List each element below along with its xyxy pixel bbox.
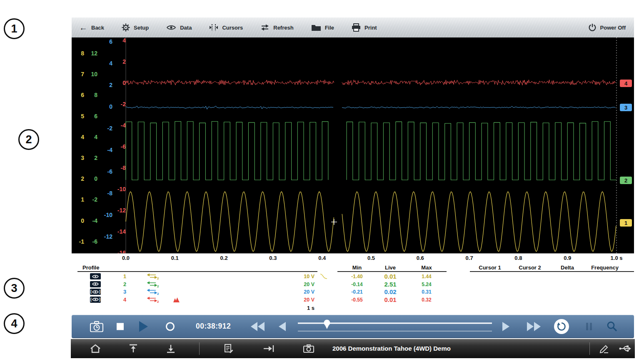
channel-number: 2	[123, 281, 126, 287]
callout-1: 1	[4, 18, 25, 39]
timeline-slider[interactable]	[298, 318, 492, 335]
file-button[interactable]: File	[311, 24, 334, 31]
channel-probe-icon[interactable]: 2	[147, 297, 159, 303]
channel-scale-value[interactable]: 10 V	[285, 274, 315, 279]
waveform-channel-3	[342, 106, 616, 108]
channel-1-visibility-eye-icon[interactable]	[90, 273, 101, 279]
x-axis-tick: 0.0	[122, 255, 130, 261]
cursors-label: Cursors	[222, 25, 243, 31]
power-icon	[588, 23, 597, 32]
min-value: -0.55	[344, 297, 369, 303]
channel-number: 4	[123, 297, 126, 303]
slider-thumb[interactable]	[324, 320, 330, 329]
channel-2-visibility-eye-icon[interactable]	[90, 281, 101, 287]
channel-scale-value[interactable]: 20 V	[285, 297, 315, 303]
waveform-plot[interactable]	[72, 37, 634, 253]
channel-number: 1	[123, 273, 126, 279]
record-button[interactable]	[166, 322, 175, 331]
cursors-button[interactable]: Cursors	[209, 23, 243, 32]
usb-icon[interactable]	[619, 344, 632, 353]
channel-4-visibility-eye-icon[interactable]: []	[90, 297, 101, 303]
x-axis-tick: 1.0 s	[611, 255, 623, 261]
profile-row-channel-3: []3220 V-0.210.020.31	[71, 288, 635, 296]
cursor2-column-header: Cursor 2	[519, 264, 541, 271]
max-column-header: Max	[421, 264, 432, 271]
notes-icon[interactable]	[224, 344, 233, 353]
max-value: 1.44	[414, 274, 439, 279]
callout-2: 2	[18, 129, 39, 150]
svg-text:2: 2	[157, 284, 159, 287]
channel-badge-1[interactable]: 1	[620, 219, 632, 227]
svg-text:2: 2	[157, 292, 159, 295]
back-button[interactable]: ← Back	[79, 23, 104, 32]
home-icon[interactable]	[90, 344, 101, 353]
stop-button[interactable]	[117, 323, 124, 330]
x-axis-tick: 0.5	[367, 255, 375, 261]
x-axis-tick: 0.9	[564, 255, 571, 261]
min-value: -0.14	[344, 282, 369, 287]
channel-badge-3[interactable]: 3	[620, 104, 632, 111]
setup-button[interactable]: Setup	[122, 23, 149, 32]
slope-icon	[320, 273, 327, 279]
channel-scale-value[interactable]: 20 V	[285, 282, 315, 287]
sweep-time: 1 s	[285, 305, 315, 311]
channel-probe-icon[interactable]: 2	[147, 281, 159, 287]
min-value: -0.21	[344, 289, 369, 295]
stylus-icon[interactable]	[599, 344, 609, 353]
step-back-button[interactable]	[279, 322, 286, 331]
x-axis: 0.00.10.20.30.40.50.60.70.80.91.0 s	[72, 254, 634, 264]
back-arrow-icon: ←	[79, 23, 87, 32]
playback-time: 00:38:912	[196, 323, 231, 330]
fast-forward-button[interactable]	[527, 322, 541, 331]
cursor1-column-header: Cursor 1	[479, 264, 501, 271]
refresh-button[interactable]: Refresh	[260, 24, 293, 31]
play-button[interactable]	[139, 321, 148, 332]
channel-badge-2[interactable]: 2	[620, 177, 632, 184]
power-off-label: Power Off	[600, 25, 626, 31]
channel-scale-value[interactable]: 20 V	[285, 289, 315, 295]
profile-row-channel-2: 2220 V-0.142.515.24	[71, 281, 635, 288]
profile-divider	[77, 271, 317, 272]
max-value: 5.24	[414, 282, 439, 287]
folder-icon	[311, 24, 321, 31]
power-off-button[interactable]: Power Off	[588, 23, 626, 32]
svg-text:2: 2	[157, 277, 159, 279]
pause-icon-disabled[interactable]	[586, 323, 592, 330]
exit-data-icon[interactable]	[263, 344, 274, 353]
loop-button[interactable]	[554, 319, 569, 334]
waveform-channel-1	[342, 192, 616, 252]
statusbar-divider	[199, 342, 200, 355]
callout-3: 3	[4, 278, 25, 299]
cursors-icon	[209, 23, 218, 32]
top-toolbar: ← Back Setup Data Cursors Refresh File P…	[72, 17, 634, 37]
snapshot-camera-icon[interactable]	[90, 321, 103, 332]
profile-row-channel-1: 1210 V-1.400.011.44	[71, 273, 635, 280]
move-trace-down-icon[interactable]	[166, 344, 176, 354]
stats-divider	[337, 271, 447, 272]
channel-probe-icon[interactable]: 2	[147, 273, 159, 279]
channel-3-visibility-eye-icon[interactable]: []	[90, 289, 101, 295]
data-button[interactable]: Data	[166, 24, 192, 31]
waveform-channel-2	[347, 122, 617, 180]
channel-probe-icon[interactable]: 2	[147, 289, 159, 295]
scope-display[interactable]: 876543210-1121086420-2-4-66420-2-4-6-8-1…	[72, 37, 634, 254]
print-button[interactable]: Print	[352, 23, 377, 32]
move-trace-up-icon[interactable]	[128, 344, 138, 354]
zoom-icon[interactable]	[607, 321, 618, 332]
waveform-channel-3	[126, 106, 333, 110]
waveform-channel-1	[126, 192, 334, 252]
x-axis-tick: 0.8	[514, 255, 522, 261]
profile-panel: Profile Min Live Max Cursor 1 Cursor 2 D…	[71, 264, 635, 315]
rewind-button[interactable]	[251, 322, 265, 331]
step-forward-button[interactable]	[502, 322, 509, 331]
min-column-header: Min	[352, 264, 362, 271]
frequency-column-header: Frequency	[591, 264, 619, 271]
channel-badge-4[interactable]: 4	[620, 80, 632, 87]
live-value: 0.01	[376, 273, 405, 280]
live-value: 0.02	[376, 288, 405, 295]
x-axis-tick: 0.7	[466, 255, 473, 261]
max-value: 0.31	[414, 289, 439, 295]
status-bar: 2006 Demonstration Tahoe (4WD) Demo	[71, 339, 635, 358]
waveform-channel-4	[342, 80, 616, 85]
screenshot-camera-icon[interactable]	[303, 344, 314, 353]
